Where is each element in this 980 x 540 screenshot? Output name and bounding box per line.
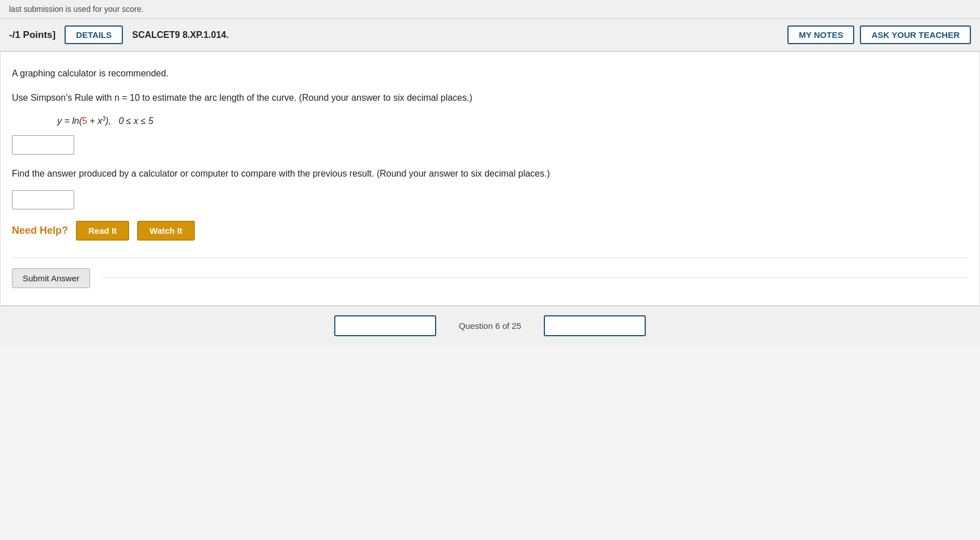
formula-red: 5 (82, 116, 87, 126)
submit-divider (101, 277, 968, 278)
problem-code: SCALCET9 8.XP.1.014. (132, 30, 778, 40)
need-help-row: Need Help? Read It Watch It (12, 221, 968, 241)
top-bar: last submission is used for your score. (0, 0, 980, 19)
next-question-button[interactable] (544, 315, 646, 336)
question-info: Question 6 of 25 (459, 321, 521, 331)
submit-answer-button[interactable]: Submit Answer (12, 268, 90, 288)
details-button[interactable]: DETAILS (65, 25, 123, 44)
answer-input-1[interactable] (12, 135, 74, 155)
submit-row: Submit Answer (12, 258, 968, 288)
watch-it-button[interactable]: Watch It (137, 221, 195, 241)
right-buttons: MY NOTES ASK YOUR TEACHER (787, 25, 971, 44)
need-help-label: Need Help? (12, 225, 68, 237)
problem-line2: Use Simpson's Rule with n = 10 to estima… (12, 90, 968, 105)
points-label: -/1 Points] (9, 29, 56, 41)
answer-input-2[interactable] (12, 190, 74, 209)
my-notes-button[interactable]: MY NOTES (787, 25, 854, 44)
formula-display: y = ln(5 + x3), 0 ≤ x ≤ 5 (57, 114, 968, 126)
problem-line3: Find the answer produced by a calculator… (12, 166, 968, 181)
bottom-nav-row: Question 6 of 25 (0, 306, 980, 345)
problem-text-2: Find the answer produced by a calculator… (12, 166, 968, 181)
formula-text: y = ln(5 + x3), 0 ≤ x ≤ 5 (57, 116, 154, 126)
read-it-button[interactable]: Read It (76, 221, 129, 241)
problem-line1: A graphing calculator is recommended. (12, 66, 968, 81)
prev-question-button[interactable] (334, 315, 436, 336)
ask-teacher-button[interactable]: ASK YOUR TEACHER (860, 25, 971, 44)
main-content: A graphing calculator is recommended. Us… (0, 52, 980, 306)
header-row: -/1 Points] DETAILS SCALCET9 8.XP.1.014.… (0, 19, 980, 52)
problem-text: A graphing calculator is recommended. Us… (12, 66, 968, 105)
top-bar-text: last submission is used for your score. (9, 5, 143, 14)
